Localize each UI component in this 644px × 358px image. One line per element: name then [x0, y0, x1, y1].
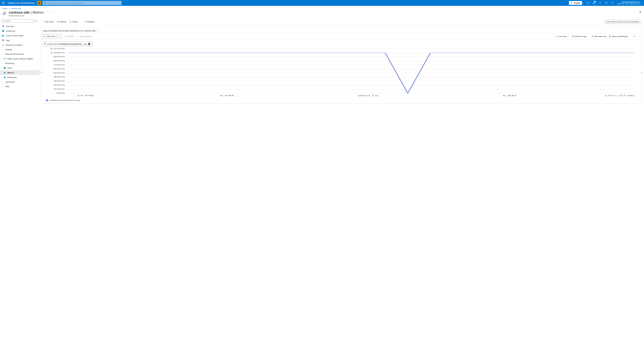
pin-icon [44, 43, 46, 45]
line-chart[interactable]: 0%10%20%30%40%50%60%70%80%90%100%110% 12… [44, 48, 640, 97]
account-menu[interactable]: chrisqpublic@contoso.c… CONTOSO, LTD. (C… [616, 1, 643, 5]
svg-rect-20 [5, 72, 6, 74]
btn-label: Apply splitting [80, 35, 91, 38]
nav-physical-infra-header[interactable]: ⌄ Physical infrastructure [0, 52, 39, 56]
save-icon [609, 36, 611, 37]
remove-metric-icon[interactable]: ✕ [88, 43, 90, 45]
share-button[interactable]: Share ⌄ [69, 20, 81, 24]
time-range-picker[interactable]: Local Time: Last 24 hours (15 minutes) [604, 20, 641, 24]
nav-label: Metrics [7, 72, 14, 74]
feedback-person-icon[interactable] [610, 1, 615, 5]
pin-icon [2, 25, 4, 27]
nav-label: Activity log [6, 30, 15, 32]
svg-rect-7 [3, 14, 3, 15]
preview-bug-icon[interactable] [37, 1, 41, 5]
copilot-button[interactable]: Copilot [569, 1, 582, 5]
cube-icon [4, 58, 6, 60]
svg-rect-2 [587, 2, 589, 4]
svg-rect-8 [4, 13, 4, 15]
page-title-main: contoso-site [9, 11, 30, 14]
metric-pill[interactable]: contoso-site, Correlated Successful Ha… … [42, 42, 92, 46]
nav-help[interactable]: › Help [0, 84, 39, 89]
help-icon[interactable]: ? [604, 1, 608, 5]
nav-metrics[interactable]: Metrics [0, 70, 39, 75]
favorite-star-icon[interactable]: ☆ [46, 11, 50, 14]
btn-label: Save to dashboard [612, 35, 628, 38]
svg-point-1 [44, 2, 46, 4]
nav-label: Physical infrastructure [5, 53, 24, 55]
btn-label: Add metric [46, 35, 56, 38]
nav-automation[interactable]: › Automation [0, 80, 39, 84]
refresh-icon [57, 21, 59, 23]
svg-text:40%: 40% [53, 76, 65, 78]
nav-collapse-icon[interactable]: « [37, 20, 38, 22]
notifications-icon[interactable]: 1 [592, 1, 596, 5]
page-header: contoso-site | Metrics Mobile Network Si… [0, 10, 644, 18]
chart-next-icon[interactable]: › [640, 70, 643, 75]
new-chart-button[interactable]: ＋New chart [42, 20, 54, 24]
cloud-shell-icon[interactable] [586, 1, 590, 5]
nav-iam[interactable]: Access control (IAM) [0, 33, 39, 38]
workbooks-icon [4, 76, 6, 79]
close-blade-icon[interactable]: ✕ [639, 11, 641, 14]
chart-prev-icon[interactable]: ‹ [40, 70, 43, 75]
nav-tags[interactable]: Tags [0, 38, 39, 43]
alert-icon [592, 36, 594, 37]
chart-type-dropdown[interactable]: Line chart ⌄ [554, 35, 570, 38]
chart-settings-gear-icon[interactable] [632, 35, 636, 38]
new-alert-rule-button[interactable]: New alert rule [591, 35, 607, 38]
breadcrumb-home[interactable]: Home [2, 7, 8, 10]
add-filter-button[interactable]: Add filter [63, 35, 75, 38]
global-search[interactable] [42, 1, 122, 5]
svg-point-24 [634, 36, 635, 37]
save-to-dashboard-button[interactable]: Save to dashboard ⌄ [608, 35, 631, 38]
metrics-icon [4, 72, 6, 74]
nav-sort-icon[interactable]: ⇅ [34, 20, 36, 22]
svg-point-6 [612, 2, 613, 3]
nav-settings[interactable]: › Settings [0, 47, 39, 52]
portal-brand[interactable]: Contoso, Ltd. Azure (Preview) [7, 2, 36, 4]
legend-label: Correlated Successful Handovers (Avg), [49, 99, 80, 101]
hamburger-menu-icon[interactable] [1, 1, 5, 5]
nav-search-input[interactable] [5, 20, 32, 22]
chevron-down-icon: ⌄ [568, 35, 569, 38]
nav-monitoring-header[interactable]: ⌄ Monitoring [0, 61, 39, 66]
nav-activity-log[interactable]: Activity log [0, 29, 39, 33]
chart-title: Avg Correlated Successful Handovers for … [43, 30, 96, 32]
svg-text:90%: 90% [53, 56, 65, 58]
add-metric-chevron[interactable]: ⌄ [58, 35, 62, 38]
settings-gear-icon[interactable] [598, 1, 602, 5]
nav-overview[interactable]: Overview [0, 24, 39, 29]
add-metric-button[interactable]: ＋ Add metric [42, 34, 57, 39]
alerts-icon [4, 67, 6, 69]
chevron-down-icon: ⌄ [629, 35, 630, 38]
svg-point-3 [600, 3, 600, 3]
overflow-menu-icon[interactable]: ⋯ [52, 11, 55, 14]
drill-into-logs-button[interactable]: Drill into Logs ⌄ [571, 35, 590, 38]
refresh-button[interactable]: Refresh [56, 20, 67, 24]
account-email: chrisqpublic@contoso.c… [617, 1, 642, 3]
global-search-input[interactable] [47, 2, 120, 4]
chevron-down-icon: ⌄ [59, 35, 61, 38]
btn-label: Line chart [558, 35, 566, 38]
nav-alerts[interactable]: Alerts [0, 66, 39, 70]
people-icon [2, 35, 4, 37]
apply-splitting-button[interactable]: Apply splitting [76, 35, 92, 38]
svg-text:?: ? [606, 2, 607, 4]
nav-ran-insights[interactable]: Radio access network insights [0, 56, 39, 61]
svg-text:70%: 70% [53, 64, 65, 66]
nav-label: Radio access network insights [7, 58, 33, 60]
breadcrumb-item[interactable]: contoso-site [11, 7, 21, 10]
btn-label: Share [72, 21, 78, 23]
svg-point-10 [3, 20, 4, 21]
nav-workbooks[interactable]: Workbooks [0, 75, 39, 80]
nav-label: Settings [5, 49, 12, 51]
nav-resource-visualizer[interactable]: Resource visualizer [0, 43, 39, 47]
nav-search[interactable] [2, 19, 34, 23]
nav-label: Automation [5, 81, 15, 83]
feedback-button[interactable]: ☺ Feedback ⌄ [83, 20, 98, 24]
svg-text:Wed 15: Wed 15 [358, 95, 378, 97]
page-title: contoso-site | Metrics [9, 11, 44, 15]
chart-overflow-icon[interactable]: ⋯ [637, 35, 641, 38]
edit-title-icon[interactable] [97, 30, 99, 32]
